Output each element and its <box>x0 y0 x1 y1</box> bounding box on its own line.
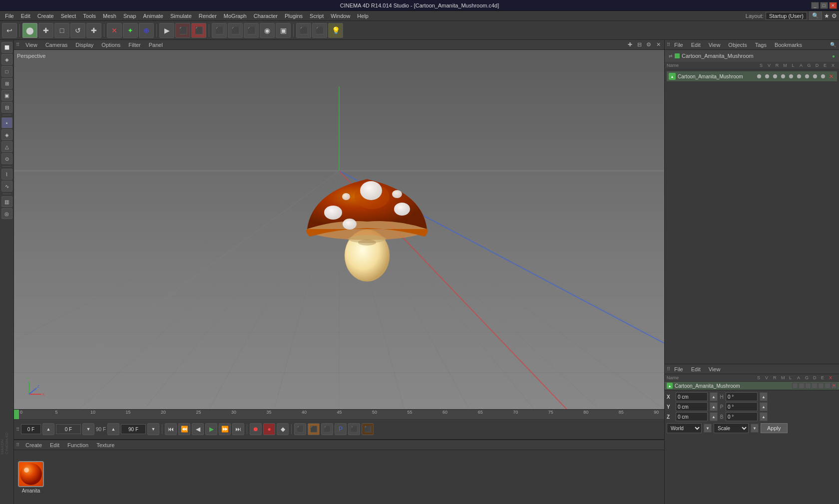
viewport-settings-icon[interactable]: ⚙ <box>645 41 653 49</box>
left-curve-button[interactable]: ∿ <box>1 181 12 192</box>
left-cone-button[interactable]: ⊙ <box>1 153 12 164</box>
world-select[interactable]: World Object <box>667 423 702 433</box>
goto-start-button[interactable]: ⏮ <box>165 423 177 435</box>
create-tool-button[interactable]: ✚ <box>38 23 53 38</box>
powerslide-button[interactable]: P <box>335 423 347 435</box>
minimize-button[interactable]: _ <box>811 2 819 9</box>
coord-x-up[interactable]: ▲ <box>710 392 718 401</box>
auto-key-button[interactable]: ● <box>263 423 275 435</box>
scale-select[interactable]: Scale Size <box>714 423 749 433</box>
left-grid-button[interactable]: ⊞ <box>1 78 12 89</box>
viewport-add-icon[interactable]: ✚ <box>626 41 634 49</box>
viewport-view-menu[interactable]: View <box>23 42 39 48</box>
obj-objects-menu[interactable]: Objects <box>728 42 747 48</box>
menu-snap[interactable]: Snap <box>120 12 139 20</box>
material-thumbnail[interactable] <box>18 461 44 487</box>
mat-create-menu[interactable]: Create <box>23 442 44 448</box>
coord-b-input[interactable] <box>726 412 758 421</box>
play-button[interactable]: ▶ <box>205 423 217 435</box>
frame-value-input[interactable] <box>56 424 81 434</box>
coord-p-up[interactable]: ▲ <box>760 402 768 411</box>
obj-col-r[interactable] <box>771 72 779 80</box>
maximize-button[interactable]: □ <box>820 2 828 9</box>
undo-button[interactable]: ↩ <box>2 23 17 38</box>
viewport-container[interactable]: ⠿ View Cameras Display Options Filter Pa… <box>14 40 664 409</box>
mat-texture-menu[interactable]: Texture <box>94 442 116 448</box>
box-select-button[interactable]: □ <box>54 23 69 38</box>
coord-b-up[interactable]: ▲ <box>760 412 768 421</box>
left-points-button[interactable]: ◈ <box>1 54 12 65</box>
menu-animate[interactable]: Animate <box>140 12 166 20</box>
viewport-panel-menu[interactable]: Panel <box>147 42 165 48</box>
material-item[interactable]: Amanita <box>18 461 44 494</box>
z-axis-button[interactable]: ⊕ <box>139 23 154 38</box>
frame-down-button[interactable]: ▼ <box>82 423 94 435</box>
frame-up-button[interactable]: ▲ <box>42 423 54 435</box>
menu-simulate[interactable]: Simulate <box>167 12 195 20</box>
attr-icon-1[interactable] <box>792 383 798 389</box>
obj-col-m[interactable] <box>779 72 787 80</box>
render-view-button[interactable]: ▶ <box>159 23 174 38</box>
menu-plugins[interactable]: Plugins <box>282 12 306 20</box>
obj-tags-menu[interactable]: Tags <box>755 42 767 48</box>
mushroom-object[interactable] <box>297 132 437 291</box>
obj-col-g[interactable] <box>803 72 811 80</box>
points-mode-button[interactable]: ⬛ <box>212 23 227 38</box>
obj-col-a[interactable] <box>795 72 803 80</box>
coord-z-input[interactable] <box>676 412 708 421</box>
left-sphere-button[interactable]: ◈ <box>1 129 12 140</box>
light-button[interactable]: 💡 <box>328 23 343 38</box>
render-button[interactable]: ⬛ <box>191 23 206 38</box>
obj-col-s[interactable] <box>755 72 763 80</box>
key-button[interactable]: ◆ <box>277 423 289 435</box>
viewport-cameras-menu[interactable]: Cameras <box>43 42 70 48</box>
viewport-display-menu[interactable]: Display <box>73 42 95 48</box>
edges-mode-button[interactable]: ⬛ <box>228 23 243 38</box>
timeline-ruler[interactable]: 0 5 10 15 20 25 30 35 40 45 50 55 60 65 <box>14 410 664 420</box>
step-forward-button[interactable]: ⏩ <box>219 423 231 435</box>
mat-function-menu[interactable]: Function <box>65 442 90 448</box>
obj-col-v[interactable] <box>763 72 771 80</box>
menu-mograph[interactable]: MoGraph <box>221 12 250 20</box>
obj-col-x[interactable]: ✕ <box>827 72 835 80</box>
snap-button[interactable]: ⬛ <box>296 23 311 38</box>
end-frame-down-button[interactable]: ▼ <box>147 423 159 435</box>
attr-edit-menu[interactable]: Edit <box>691 366 701 372</box>
viewport-close-icon[interactable]: ✕ <box>654 41 662 49</box>
viewport-filter-menu[interactable]: Filter <box>126 42 142 48</box>
layout-value[interactable]: Startup (User) <box>766 12 807 20</box>
coord-z-up[interactable]: ▲ <box>710 412 718 421</box>
left-spline-button[interactable]: ⌇ <box>1 169 12 180</box>
attr-object-row[interactable]: ▲ Cartoon_Amanita_Mushroom ✕ <box>665 382 839 390</box>
rotate-button[interactable]: ↺ <box>70 23 85 38</box>
left-texture-button[interactable]: ▥ <box>1 196 12 207</box>
bookmark-icon[interactable]: ★ <box>824 12 830 19</box>
coord-h-up[interactable]: ▲ <box>760 392 768 401</box>
obj-col-d[interactable] <box>811 72 819 80</box>
viewport-fullscreen-icon[interactable]: ⊟ <box>635 41 643 49</box>
motion-path-button[interactable]: ⬛ <box>321 423 333 435</box>
obj-view-menu[interactable]: View <box>709 42 721 48</box>
polygons-mode-button[interactable]: ⬛ <box>244 23 259 38</box>
coord-x-input[interactable] <box>676 392 708 401</box>
coord-y-up[interactable]: ▲ <box>710 402 718 411</box>
play-reverse-button[interactable]: ◀ <box>192 423 204 435</box>
attr-icon-4[interactable] <box>812 383 818 389</box>
menu-character[interactable]: Character <box>251 12 281 20</box>
viewport-3d[interactable]: Perspective <box>14 50 664 409</box>
motion-mode-button[interactable]: ⬛ <box>294 423 306 435</box>
viewport-options-menu[interactable]: Options <box>99 42 122 48</box>
menu-script[interactable]: Script <box>307 12 327 20</box>
obj-expand-icon[interactable]: ● <box>832 53 835 59</box>
current-frame-input[interactable] <box>21 424 41 434</box>
coord-h-input[interactable] <box>726 392 758 401</box>
obj-file-menu[interactable]: File <box>674 42 683 48</box>
menu-render[interactable]: Render <box>196 12 220 20</box>
close-button[interactable]: ✕ <box>829 2 837 9</box>
scale-select-arrow[interactable]: ▼ <box>751 424 759 433</box>
motion-ref-button[interactable]: ⬛ <box>308 423 320 435</box>
quantize-button[interactable]: ⬛ <box>312 23 327 38</box>
coord-p-input[interactable] <box>726 402 758 411</box>
menu-help[interactable]: Help <box>354 12 372 20</box>
menu-mesh[interactable]: Mesh <box>100 12 119 20</box>
